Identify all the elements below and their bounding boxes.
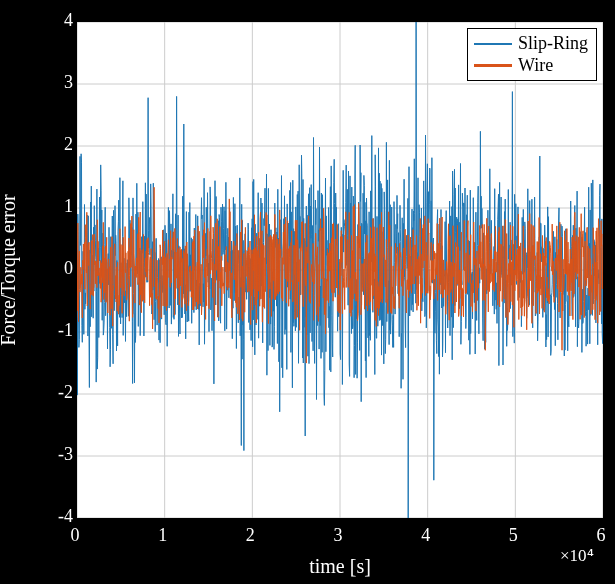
x-tick-label: 1 — [158, 525, 167, 546]
y-tick-label: 2 — [64, 134, 73, 155]
legend-item: Slip-Ring — [474, 33, 588, 55]
chart-plot-area: Slip-Ring Wire — [75, 20, 605, 520]
x-tick-label: 2 — [246, 525, 255, 546]
legend-label: Wire — [518, 55, 553, 77]
chart-legend: Slip-Ring Wire — [467, 28, 597, 81]
y-tick-label: -2 — [58, 382, 73, 403]
y-tick-label: -1 — [58, 320, 73, 341]
x-tick-label: 4 — [421, 525, 430, 546]
y-tick-label: -4 — [58, 506, 73, 527]
y-axis-label: Force/Torque error — [0, 194, 20, 345]
y-tick-label: 0 — [64, 258, 73, 279]
x-tick-label: 3 — [334, 525, 343, 546]
y-tick-label: 1 — [64, 196, 73, 217]
x-tick-label: 5 — [509, 525, 518, 546]
legend-swatch-slip-ring — [474, 43, 512, 46]
y-tick-label: -3 — [58, 444, 73, 465]
legend-label: Slip-Ring — [518, 33, 588, 55]
y-tick-label: 4 — [64, 10, 73, 31]
y-tick-label: 3 — [64, 72, 73, 93]
x-tick-label: 0 — [71, 525, 80, 546]
legend-swatch-wire — [474, 64, 512, 67]
plot-svg — [77, 22, 603, 518]
legend-item: Wire — [474, 55, 588, 77]
x-axis-multiplier: ×10⁴ — [560, 545, 594, 566]
x-axis-label: time [s] — [309, 555, 371, 578]
x-tick-label: 6 — [597, 525, 606, 546]
